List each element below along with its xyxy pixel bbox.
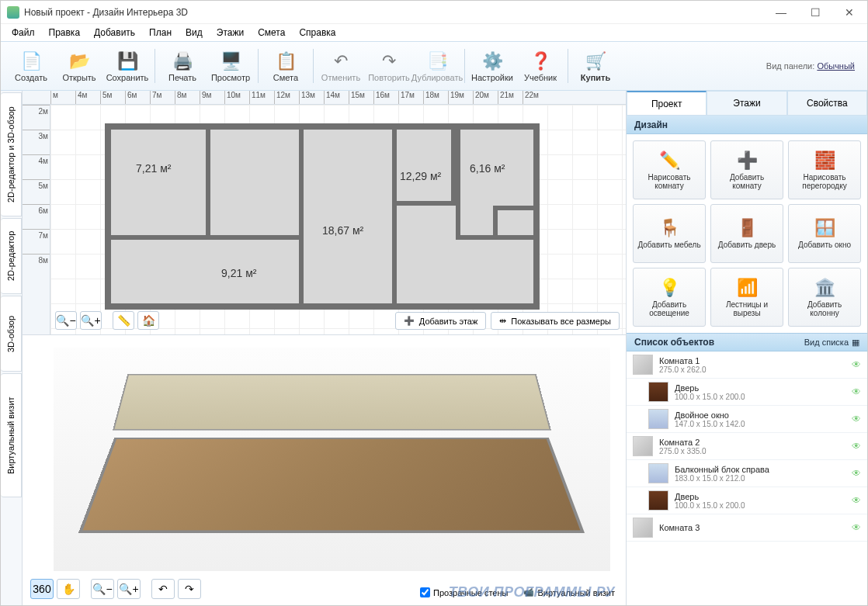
undo-button[interactable]: ↶Отменить — [317, 44, 365, 88]
plan-canvas[interactable]: 7,21 м² 18,67 м² 12,29 м² 6,16 м² 9,21 м… — [50, 105, 626, 334]
virtual-visit-button[interactable]: 📹 Виртуальный визит — [523, 587, 615, 597]
object-item[interactable]: Комната 3👁 — [627, 514, 867, 542]
redo-3d-button[interactable]: ↷ — [178, 579, 201, 599]
visibility-icon[interactable]: 👁 — [852, 386, 861, 397]
zoom-out-3d-button[interactable]: 🔍− — [91, 579, 114, 599]
view-3d-area[interactable]: 360 ✋ 🔍− 🔍+ ↶ ↷ Прозрачные стены 📹 Вирту… — [23, 334, 626, 605]
object-item[interactable]: Дверь100.0 x 15.0 x 200.0👁 — [627, 379, 867, 406]
home-button[interactable]: 🏠 — [137, 311, 159, 330]
room-area-5: 9,21 м² — [221, 267, 256, 279]
close-button[interactable]: ✕ — [838, 6, 861, 19]
sidetab-3d[interactable]: 3D-обзор — [1, 296, 22, 372]
tutorial-button[interactable]: ❓Учебник — [516, 44, 564, 88]
tab-project[interactable]: Проект — [627, 91, 707, 115]
preview-button[interactable]: 🖥️Просмотр — [207, 44, 255, 88]
object-item[interactable]: Двойное окно147.0 x 15.0 x 142.0👁 — [627, 406, 867, 433]
undo-3d-button[interactable]: ↶ — [151, 579, 175, 599]
measure-button[interactable]: 📏 — [113, 311, 134, 330]
tab-floors[interactable]: Этажи — [707, 91, 786, 115]
redo-button[interactable]: ↷Повторить — [365, 44, 413, 88]
sidetab-2d[interactable]: 2D-редактор — [1, 218, 22, 294]
add-window-icon: 🪟 — [814, 218, 835, 238]
save-icon: 💾 — [116, 50, 138, 72]
print-button[interactable]: 🖨️Печать — [158, 44, 207, 88]
app-icon — [7, 6, 19, 19]
object-thumb — [648, 463, 668, 483]
visibility-icon[interactable]: 👁 — [852, 468, 861, 479]
pan-button[interactable]: ✋ — [57, 579, 80, 599]
maximize-button[interactable]: ☐ — [804, 6, 827, 19]
print-icon: 🖨️ — [172, 50, 193, 72]
design-add-door[interactable]: 🚪Добавить дверь — [710, 204, 783, 263]
visibility-icon[interactable]: 👁 — [852, 414, 861, 424]
object-list[interactable]: Комната 1275.0 x 262.0👁Дверь100.0 x 15.0… — [627, 351, 867, 605]
rotate-360-button[interactable]: 360 — [30, 579, 54, 599]
add-floor-button[interactable]: ➕Добавить этаж — [395, 312, 486, 330]
object-thumb — [648, 382, 668, 402]
menubar: Файл Правка Добавить План Вид Этажи Смет… — [1, 24, 867, 41]
object-thumb — [633, 355, 653, 375]
camera-icon: 📹 — [523, 587, 534, 597]
object-thumb — [648, 409, 668, 429]
zoom-out-button[interactable]: 🔍− — [55, 311, 77, 330]
open-button[interactable]: 📂Открыть — [55, 44, 103, 88]
add-door-icon: 🚪 — [737, 218, 758, 238]
redo-icon: ↷ — [378, 50, 400, 72]
design-add-window[interactable]: 🪟Добавить окно — [788, 204, 861, 263]
design-add-light[interactable]: 💡Добавить освещение — [633, 268, 706, 327]
transparent-walls-checkbox[interactable]: Прозрачные стены — [420, 587, 508, 597]
menu-file[interactable]: Файл — [5, 26, 41, 40]
monitor-icon: 🖥️ — [220, 50, 241, 72]
visibility-icon[interactable]: 👁 — [852, 495, 861, 506]
room-area-3: 12,29 м² — [400, 170, 441, 182]
menu-view[interactable]: Вид — [179, 26, 209, 40]
cart-icon: 🛒 — [585, 50, 606, 72]
menu-add[interactable]: Добавить — [88, 26, 141, 40]
menu-edit[interactable]: Правка — [43, 26, 87, 40]
menu-plan[interactable]: План — [143, 26, 178, 40]
tab-properties[interactable]: Свойства — [787, 91, 867, 115]
design-add-furniture[interactable]: 🪑Добавить мебель — [633, 204, 706, 263]
sidetab-combo[interactable]: 2D-редактор и 3D-обзор — [1, 92, 22, 216]
gear-icon: ⚙️ — [481, 50, 503, 72]
object-item[interactable]: Комната 2275.0 x 335.0👁 — [627, 433, 867, 460]
visibility-icon[interactable]: 👁 — [852, 522, 861, 533]
zoom-in-3d-button[interactable]: 🔍+ — [117, 579, 141, 599]
design-add-room[interactable]: ➕Добавить комнату — [710, 140, 783, 199]
panel-mode-link[interactable]: Обычный — [817, 61, 855, 71]
menu-help[interactable]: Справка — [293, 26, 342, 40]
menu-floors[interactable]: Этажи — [210, 26, 250, 40]
design-draw-partition[interactable]: 🧱Нарисовать перегородку — [788, 140, 861, 199]
design-add-column[interactable]: 🏛️Добавить колонну — [788, 268, 861, 327]
menu-estimate[interactable]: Смета — [252, 26, 291, 40]
visibility-icon[interactable]: 👁 — [852, 441, 861, 452]
dims-icon: ⇹ — [499, 316, 506, 326]
room-area-4: 6,16 м² — [470, 162, 505, 175]
ruler-vertical: 2м3м4м5м6м7м8м — [23, 105, 50, 334]
plan-2d-area[interactable]: 2м3м4м5м6м7м8м 7,21 — [23, 105, 626, 334]
titlebar: Новый проект - Дизайн Интерьера 3D — ☐ ✕ — [1, 1, 867, 24]
design-draw-room[interactable]: ✏️Нарисовать комнату — [633, 140, 706, 199]
buy-button[interactable]: 🛒Купить — [571, 44, 620, 88]
object-item[interactable]: Комната 1275.0 x 262.0👁 — [627, 351, 867, 379]
new-icon: 📄 — [20, 50, 42, 72]
minimize-button[interactable]: — — [769, 6, 793, 19]
object-item[interactable]: Дверь100.0 x 15.0 x 200.0👁 — [627, 487, 867, 514]
zoom-in-button[interactable]: 🔍+ — [80, 311, 102, 330]
folder-icon: 📂 — [68, 50, 90, 72]
duplicate-button[interactable]: 📑Дублировать — [413, 44, 461, 88]
list-mode-icon[interactable]: ▦ — [852, 338, 859, 348]
save-button[interactable]: 💾Сохранить — [103, 44, 151, 88]
sidetab-virtual[interactable]: Виртуальный визит — [1, 373, 22, 497]
estimate-button[interactable]: 📋Смета — [262, 44, 310, 88]
settings-button[interactable]: ⚙️Настройки — [468, 44, 516, 88]
stairs-icon: 📶 — [737, 278, 758, 298]
add-floor-icon: ➕ — [404, 316, 415, 326]
list-mode-label[interactable]: Вид списка — [804, 338, 849, 347]
create-button[interactable]: 📄Создать — [7, 44, 55, 88]
visibility-icon[interactable]: 👁 — [852, 359, 861, 370]
design-stairs[interactable]: 📶Лестницы и вырезы — [710, 268, 783, 327]
object-item[interactable]: Балконный блок справа183.0 x 15.0 x 212.… — [627, 460, 867, 487]
floorplan: 7,21 м² 18,67 м² 12,29 м² 6,16 м² 9,21 м… — [105, 123, 540, 310]
show-dims-button[interactable]: ⇹Показывать все размеры — [491, 312, 620, 330]
